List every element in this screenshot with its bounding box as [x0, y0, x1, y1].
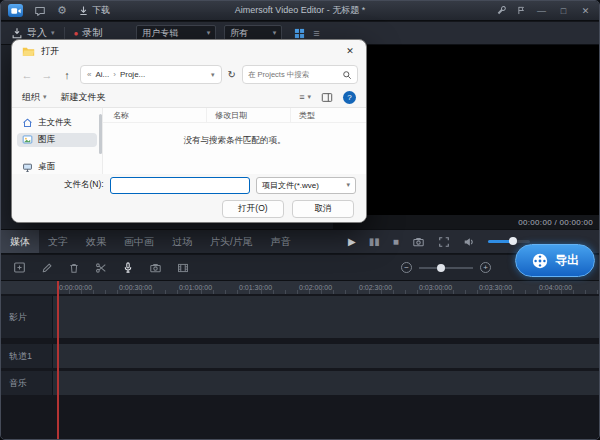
- track-label-track1: 轨道1: [1, 344, 53, 368]
- open-button[interactable]: 打开(O): [222, 200, 284, 218]
- tab-credits[interactable]: 片头/片尾: [201, 230, 262, 253]
- breadcrumb-overflow[interactable]: «: [87, 70, 91, 79]
- minimize-button[interactable]: —: [535, 6, 548, 16]
- download-button[interactable]: 下载: [78, 4, 110, 17]
- filetype-value: 项目文件(*.wve): [262, 180, 319, 191]
- column-header-type[interactable]: 类型: [291, 108, 366, 122]
- tab-label: 片头/片尾: [210, 235, 253, 249]
- refresh-button[interactable]: ↻: [228, 69, 236, 80]
- zoom-slider[interactable]: [419, 267, 473, 269]
- tools-wrench-icon[interactable]: [496, 5, 507, 16]
- list-view-icon[interactable]: ≡: [313, 28, 319, 39]
- fullscreen-icon[interactable]: [438, 236, 450, 248]
- sidebar-item-desktop[interactable]: 桌面: [17, 161, 97, 174]
- desktop-icon: [22, 162, 33, 173]
- volume-knob[interactable]: [509, 237, 517, 245]
- maximize-button[interactable]: □: [557, 6, 570, 16]
- dialog-footer: 打开(O) 取消: [12, 196, 366, 222]
- cancel-button[interactable]: 取消: [292, 200, 354, 218]
- camera-icon[interactable]: [149, 262, 162, 274]
- help-button[interactable]: ?: [343, 91, 356, 104]
- zoom-in-button[interactable]: +: [480, 262, 491, 273]
- delete-trash-icon[interactable]: [68, 262, 80, 274]
- breadcrumb-item[interactable]: Ai...: [95, 70, 109, 79]
- import-button[interactable]: 导入 ▾: [11, 26, 55, 40]
- snapshot-camera-icon[interactable]: [412, 236, 425, 248]
- filename-input[interactable]: [110, 177, 250, 194]
- record-button[interactable]: ● 录制: [74, 26, 103, 40]
- zoom-knob[interactable]: [437, 264, 445, 272]
- split-scissors-icon[interactable]: [95, 262, 107, 274]
- dialog-commandbar: 组织 ▾ 新建文件夹 ≡▾ ?: [12, 87, 366, 108]
- breadcrumb[interactable]: « Ai... › Proje... ▾: [80, 65, 222, 84]
- stop-button[interactable]: ■: [393, 236, 399, 247]
- tab-media[interactable]: 媒体: [1, 230, 39, 253]
- tab-label: 声音: [271, 235, 291, 249]
- speaker-icon[interactable]: [463, 236, 475, 248]
- close-button[interactable]: ✕: [579, 6, 592, 16]
- track-row: 影片: [1, 296, 599, 338]
- file-list[interactable]: 名称 修改日期 类型 没有与搜索条件匹配的项。: [102, 108, 366, 174]
- export-button[interactable]: 导出: [515, 244, 595, 277]
- zoom-out-button[interactable]: −: [401, 262, 412, 273]
- music-track-lane[interactable]: [53, 371, 599, 395]
- tab-label: 媒体: [10, 235, 30, 249]
- tab-label: 画中画: [124, 235, 154, 249]
- tab-effects[interactable]: 效果: [77, 230, 115, 253]
- controls-row: 媒体 文字 效果 画中画 过场 片头/片尾 声音 ▶ ▮▮ ■: [1, 229, 599, 254]
- filetype-select[interactable]: 项目文件(*.wve) ▾: [256, 177, 356, 194]
- panel-tabs: 媒体 文字 效果 画中画 过场 片头/片尾 声音: [1, 230, 335, 253]
- tab-transitions[interactable]: 过场: [163, 230, 201, 253]
- chevron-down-icon[interactable]: ▾: [211, 71, 215, 79]
- column-header-date[interactable]: 修改日期: [207, 108, 291, 122]
- volume-fill: [488, 240, 511, 243]
- dialog-titlebar[interactable]: 打开 ✕: [12, 40, 366, 62]
- playhead[interactable]: [57, 281, 59, 440]
- filename-row: 文件名(N): 项目文件(*.wve) ▾: [12, 174, 366, 196]
- search-input[interactable]: [248, 70, 339, 79]
- feedback-bubble-icon[interactable]: [34, 5, 46, 17]
- preview-pane-icon[interactable]: [321, 92, 333, 103]
- volume-slider[interactable]: [488, 240, 530, 243]
- play-button[interactable]: ▶: [348, 236, 356, 247]
- toolbar-separator: [64, 27, 65, 39]
- pause-button[interactable]: ▮▮: [369, 236, 380, 247]
- add-clip-icon[interactable]: [13, 261, 26, 274]
- tab-text[interactable]: 文字: [39, 230, 77, 253]
- timeline-zoom-control: − +: [401, 262, 491, 273]
- app-logo-icon: [8, 4, 23, 17]
- grid-view-icon[interactable]: [294, 28, 305, 39]
- tab-pip[interactable]: 画中画: [115, 230, 163, 253]
- track1-lane[interactable]: [53, 344, 599, 368]
- track-row: 音乐: [1, 371, 599, 395]
- dialog-title: 打开: [41, 45, 59, 58]
- forward-button[interactable]: →: [40, 69, 54, 81]
- chevron-down-icon: ▾: [207, 29, 211, 37]
- up-button[interactable]: ↑: [60, 69, 74, 81]
- record-dot-icon: ●: [74, 29, 79, 38]
- microphone-icon[interactable]: [122, 261, 134, 274]
- video-track-lane[interactable]: [53, 296, 599, 338]
- tab-sound[interactable]: 声音: [262, 230, 300, 253]
- dialog-close-button[interactable]: ✕: [334, 40, 366, 62]
- film-strip-icon[interactable]: [177, 262, 189, 274]
- flag-icon[interactable]: [516, 5, 526, 16]
- back-button[interactable]: ←: [20, 69, 34, 81]
- organize-menu[interactable]: 组织 ▾: [22, 91, 47, 104]
- sidebar-scrollbar[interactable]: [99, 114, 102, 154]
- breadcrumb-item[interactable]: Proje...: [120, 70, 145, 79]
- search-icon[interactable]: [342, 70, 352, 80]
- sidebar-item-label: 主文件夹: [38, 117, 72, 129]
- view-options-menu[interactable]: ≡▾: [299, 92, 311, 102]
- new-folder-button[interactable]: 新建文件夹: [61, 91, 106, 104]
- column-header-name[interactable]: 名称: [103, 108, 207, 122]
- video-preview[interactable]: [333, 45, 600, 215]
- chevron-down-icon: ▾: [346, 181, 350, 189]
- track-label-music: 音乐: [1, 371, 53, 395]
- sidebar-item-home[interactable]: 主文件夹: [17, 116, 97, 129]
- timeline-ruler[interactable]: 0:00:00:00 0:00:30:00 0:01:00:00 0:01:30…: [1, 281, 599, 294]
- edit-pencil-icon[interactable]: [41, 262, 53, 274]
- settings-gear-icon[interactable]: ⚙: [57, 5, 67, 16]
- chevron-down-icon: ▾: [273, 29, 277, 37]
- sidebar-item-gallery[interactable]: 图库: [17, 133, 97, 146]
